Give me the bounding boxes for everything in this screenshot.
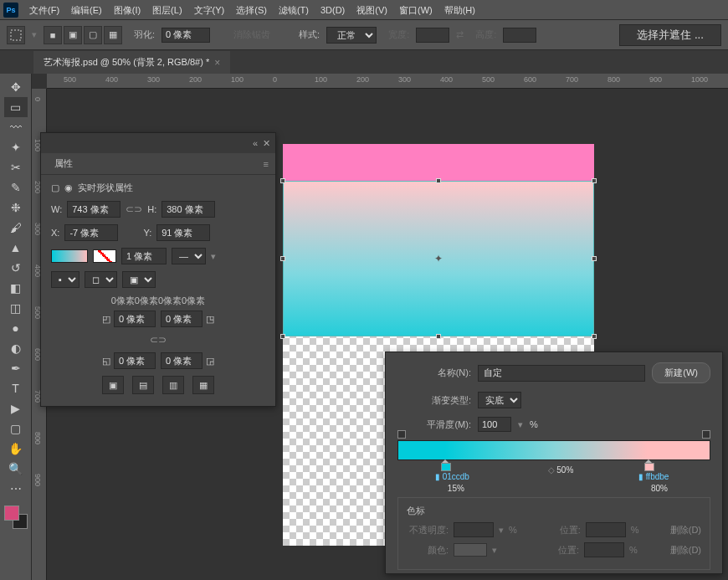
- menu-help[interactable]: 帮助(H): [438, 0, 481, 20]
- align-select[interactable]: ▣: [122, 271, 156, 288]
- properties-tab[interactable]: 属性: [48, 154, 79, 173]
- transform-handle[interactable]: [280, 256, 285, 261]
- corner-tl-field[interactable]: [114, 311, 156, 327]
- height-field[interactable]: [161, 201, 215, 218]
- color-stop-1[interactable]: [441, 460, 449, 470]
- position-label-2: 位置:: [537, 544, 579, 557]
- opacity-stop-left[interactable]: [397, 430, 406, 439]
- corner-bl-field[interactable]: [114, 352, 156, 369]
- menu-select[interactable]: 选择(S): [230, 0, 273, 20]
- healing-tool-icon[interactable]: ❉: [4, 198, 28, 218]
- width-input: [416, 28, 449, 43]
- corner-br-field[interactable]: [161, 352, 203, 369]
- opacity-stop-right[interactable]: [702, 430, 710, 439]
- stroke-width-field[interactable]: [121, 248, 167, 264]
- rect-marquee-tool-icon[interactable]: ▭: [4, 97, 28, 117]
- style-select[interactable]: 正常: [326, 27, 377, 44]
- corner-br-icon: ◲: [206, 356, 214, 367]
- path-op-unite-icon[interactable]: ▣: [102, 376, 124, 394]
- magic-wand-tool-icon[interactable]: ✦: [4, 137, 28, 157]
- panel-menu-icon[interactable]: ≡: [264, 159, 269, 169]
- menu-bar: Ps 文件(F) 编辑(E) 图像(I) 图层(L) 文字(Y) 选择(S) 滤…: [0, 0, 728, 20]
- menu-window[interactable]: 窗口(W): [393, 0, 438, 20]
- collapse-icon[interactable]: «: [253, 138, 258, 148]
- blur-tool-icon[interactable]: ●: [4, 318, 28, 338]
- stroke-swatch[interactable]: [93, 249, 116, 263]
- feather-input[interactable]: [161, 28, 210, 43]
- dodge-tool-icon[interactable]: ◐: [4, 338, 28, 358]
- gradient-name-field[interactable]: [478, 365, 645, 382]
- menu-filter[interactable]: 滤镜(T): [273, 0, 315, 20]
- move-tool-icon[interactable]: ✥: [4, 77, 28, 97]
- menu-file[interactable]: 文件(F): [23, 0, 65, 20]
- new-gradient-button[interactable]: 新建(W): [652, 362, 710, 383]
- stop-opacity-field: [454, 522, 494, 537]
- rectangle-shape-tool-icon[interactable]: ▢: [4, 418, 28, 439]
- link-wh-icon[interactable]: ⊂⊃: [126, 203, 142, 215]
- path-op-subtract-icon[interactable]: ▤: [132, 376, 154, 394]
- pen-tool-icon[interactable]: ✒: [4, 358, 28, 378]
- brush-tool-icon[interactable]: 🖌: [4, 218, 28, 238]
- type-tool-icon[interactable]: T: [4, 378, 28, 398]
- document-tab[interactable]: 艺术海报.psd @ 50% (背景 2, RGB/8#) * ×: [33, 51, 230, 74]
- feather-label: 羽化:: [134, 28, 155, 41]
- transform-handle[interactable]: [280, 334, 285, 339]
- zoom-tool-icon[interactable]: 🔍: [4, 459, 28, 479]
- path-op-exclude-icon[interactable]: ▦: [192, 376, 214, 394]
- foreground-color-icon[interactable]: [4, 506, 19, 521]
- color-stop-2[interactable]: [644, 460, 653, 470]
- menu-edit[interactable]: 编辑(E): [65, 0, 108, 20]
- add-selection-icon[interactable]: ▣: [64, 26, 82, 44]
- stop-color-swatch[interactable]: [454, 543, 487, 557]
- new-selection-icon[interactable]: ■: [44, 26, 62, 44]
- gradient-tool-icon[interactable]: ◫: [4, 298, 28, 318]
- menu-type[interactable]: 文字(Y): [188, 0, 231, 20]
- transform-handle[interactable]: [280, 178, 285, 183]
- transform-handle[interactable]: [436, 178, 441, 183]
- crop-tool-icon[interactable]: ✂: [4, 157, 28, 177]
- color-label: 颜色:: [407, 544, 449, 557]
- stamp-tool-icon[interactable]: ▲: [4, 238, 28, 258]
- menu-3d[interactable]: 3D(D): [315, 0, 351, 20]
- hand-tool-icon[interactable]: ✋: [4, 439, 28, 459]
- panel-close-icon[interactable]: ✕: [263, 138, 270, 149]
- transform-handle[interactable]: [592, 256, 597, 261]
- path-selection-tool-icon[interactable]: ▶: [4, 398, 28, 418]
- selected-gradient-shape[interactable]: ✦: [283, 181, 594, 336]
- delete-stop-button[interactable]: 删除(D): [670, 524, 701, 536]
- lasso-tool-icon[interactable]: 〰: [4, 117, 28, 137]
- corner-select[interactable]: ◻: [85, 271, 117, 288]
- corner-tr-field[interactable]: [161, 311, 203, 327]
- marquee-tool-icon[interactable]: [7, 26, 25, 44]
- eraser-tool-icon[interactable]: ◧: [4, 278, 28, 298]
- menu-image[interactable]: 图像(I): [108, 0, 146, 20]
- corner-tr-icon: ◳: [206, 314, 214, 325]
- select-and-mask-button[interactable]: 选择并遮住 ...: [619, 24, 721, 46]
- menu-layer[interactable]: 图层(L): [146, 0, 187, 20]
- more-tools-icon[interactable]: ⋯: [4, 479, 28, 499]
- h-label: H:: [147, 204, 156, 214]
- stroke-style-select[interactable]: —: [172, 248, 206, 264]
- subtract-selection-icon[interactable]: ▢: [84, 26, 102, 44]
- transform-handle[interactable]: [592, 334, 597, 339]
- transform-handle[interactable]: [592, 178, 597, 183]
- link-corners-icon[interactable]: ⊂⊃: [150, 334, 167, 346]
- intersect-selection-icon[interactable]: ▦: [104, 26, 122, 44]
- close-icon[interactable]: ×: [214, 57, 220, 69]
- y-field[interactable]: [156, 224, 210, 241]
- history-brush-tool-icon[interactable]: ↺: [4, 258, 28, 278]
- path-op-intersect-icon[interactable]: ▥: [162, 376, 184, 394]
- transform-handle[interactable]: [436, 334, 441, 339]
- menu-view[interactable]: 视图(V): [351, 0, 393, 20]
- w-label: W:: [51, 204, 62, 214]
- color-swatches[interactable]: [4, 506, 28, 529]
- fill-swatch[interactable]: [51, 249, 88, 263]
- eyedropper-tool-icon[interactable]: ✎: [4, 177, 28, 198]
- cap-select[interactable]: ▪: [51, 271, 79, 288]
- width-field[interactable]: [67, 201, 120, 218]
- delete-color-stop-button[interactable]: 删除(D): [670, 544, 701, 557]
- gradient-bar[interactable]: ▮ 01ccdb 15% ◇ 50% ▮ ffbdbe 80%: [397, 440, 710, 460]
- gradient-type-select[interactable]: 实底: [478, 392, 521, 408]
- smoothness-field[interactable]: [478, 417, 511, 432]
- x-field[interactable]: [64, 224, 118, 241]
